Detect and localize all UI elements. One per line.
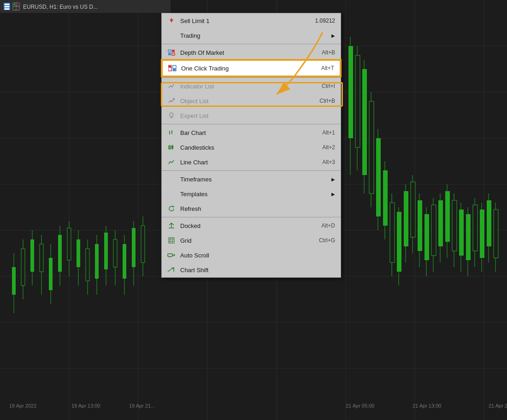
object-list-shortcut: Ctrl+B: [319, 98, 335, 104]
svg-rect-65: [411, 182, 415, 237]
expert-icon: [166, 111, 177, 121]
separator-3: [162, 124, 341, 124]
svg-rect-67: [418, 200, 422, 251]
candlesticks-icon: [166, 142, 177, 152]
auto-scroll-label: Auto Scroll: [180, 252, 335, 259]
menu-item-trading[interactable]: Trading ▶: [162, 28, 341, 43]
svg-rect-35: [95, 244, 99, 279]
candlesticks-label: Candlesticks: [180, 144, 308, 151]
separator-2: [162, 77, 341, 78]
svg-marker-129: [173, 205, 174, 208]
svg-point-118: [170, 113, 173, 117]
svg-rect-87: [487, 200, 491, 246]
svg-rect-100: [5, 8, 9, 10]
sell-limit-icon: [166, 16, 177, 26]
svg-text:19 Apr 2022: 19 Apr 2022: [9, 403, 36, 408]
grid-label: Grid: [180, 237, 305, 244]
indicator-list-label: Indicator List: [180, 83, 308, 90]
menu-item-candlesticks[interactable]: Candlesticks Alt+2: [162, 140, 341, 155]
separator-1: [162, 44, 341, 44]
docked-label: Docked: [180, 222, 307, 229]
svg-rect-98: [5, 4, 9, 5]
grid-shortcut: Ctrl+G: [319, 237, 335, 244]
trading-arrow: ▶: [331, 33, 335, 38]
menu-item-chart-shift[interactable]: Chart Shift: [162, 262, 341, 277]
svg-rect-89: [494, 210, 498, 258]
svg-rect-110: [172, 50, 175, 52]
svg-rect-139: [168, 254, 172, 257]
svg-rect-57: [383, 170, 388, 226]
sell-limit-label: Sell Limit 1: [180, 18, 315, 24]
menu-item-refresh[interactable]: Refresh: [162, 201, 341, 216]
bar-chart-label: Bar Chart: [180, 129, 308, 136]
menu-item-sell-limit[interactable]: Sell Limit 1 1.09212: [162, 13, 341, 28]
menu-item-auto-scroll[interactable]: Auto Scroll: [162, 248, 341, 262]
svg-rect-109: [168, 50, 171, 52]
bar-chart-icon: [166, 128, 177, 138]
grid-menu-icon: [166, 235, 177, 245]
indicator-list-shortcut: Ctrl+I: [322, 83, 335, 89]
svg-rect-99: [5, 6, 9, 7]
menu-item-bar-chart[interactable]: Bar Chart Alt+1: [162, 125, 341, 140]
svg-rect-31: [77, 239, 80, 267]
svg-rect-138: [169, 238, 174, 243]
chartshift-icon: [166, 265, 177, 275]
svg-rect-63: [404, 191, 408, 246]
svg-point-117: [173, 98, 175, 100]
svg-rect-45: [141, 226, 145, 262]
menu-item-object-list[interactable]: Object List Ctrl+B: [162, 93, 341, 108]
dom-icon: [166, 47, 177, 58]
trading-icon: [166, 30, 177, 41]
svg-rect-77: [452, 200, 457, 251]
templates-label: Templates: [180, 191, 327, 198]
svg-rect-104: [14, 4, 15, 6]
svg-rect-33: [86, 249, 89, 281]
svg-rect-25: [49, 258, 53, 290]
menu-item-one-click-trading[interactable]: One Click Trading Alt+T: [162, 60, 341, 76]
svg-rect-69: [424, 214, 429, 260]
templates-arrow: ▶: [331, 192, 335, 197]
svg-rect-61: [397, 212, 401, 272]
menu-item-timeframes[interactable]: Timeframes ▶: [162, 172, 341, 187]
svg-rect-71: [431, 205, 436, 256]
svg-rect-27: [58, 235, 62, 272]
dom-shortcut: Alt+B: [322, 49, 335, 56]
svg-text:21 Apr 13:00: 21 Apr 13:00: [413, 403, 441, 408]
separator-5: [162, 217, 341, 217]
svg-rect-85: [480, 210, 484, 258]
menu-item-templates[interactable]: Templates ▶: [162, 187, 341, 201]
svg-rect-49: [355, 55, 360, 147]
object-icon: [166, 96, 177, 106]
autoscroll-icon: [166, 250, 177, 260]
svg-rect-43: [132, 228, 136, 267]
timeframes-icon: [166, 174, 177, 184]
menu-item-grid[interactable]: Grid Ctrl+G: [162, 233, 341, 248]
timeframes-label: Timeframes: [180, 176, 327, 183]
svg-rect-19: [21, 249, 25, 286]
indicator-icon: [166, 81, 177, 91]
svg-rect-51: [362, 69, 367, 175]
bar-chart-shortcut: Alt+1: [322, 129, 335, 136]
svg-rect-23: [40, 244, 43, 272]
context-menu: Sell Limit 1 1.09212 Trading ▶ Depth Of …: [161, 13, 341, 278]
svg-marker-107: [170, 19, 173, 23]
svg-rect-41: [123, 244, 126, 279]
templates-icon: [166, 189, 177, 199]
svg-rect-37: [104, 233, 108, 269]
sell-limit-price: 1.09212: [315, 18, 335, 24]
menu-item-expert-list[interactable]: Expert List: [162, 108, 341, 123]
svg-rect-47: [348, 46, 353, 138]
svg-rect-73: [438, 200, 443, 246]
menu-item-line-chart[interactable]: Line Chart Alt+3: [162, 155, 341, 169]
oct-shortcut: Alt+T: [321, 65, 334, 71]
menu-item-indicator-list[interactable]: Indicator List Ctrl+I: [162, 79, 341, 93]
svg-text:19 Apr 21...: 19 Apr 21...: [129, 403, 155, 408]
svg-marker-141: [174, 254, 175, 257]
menu-item-dom[interactable]: Depth Of Market Alt+B: [162, 45, 341, 60]
chart-shift-label: Chart Shift: [180, 267, 335, 274]
svg-text:21 Apr 2...: 21 Apr 2...: [489, 403, 507, 408]
svg-rect-128: [171, 146, 173, 149]
menu-item-docked[interactable]: Docked Alt+D: [162, 218, 341, 233]
docked-shortcut: Alt+D: [321, 222, 335, 229]
svg-rect-39: [113, 239, 117, 267]
